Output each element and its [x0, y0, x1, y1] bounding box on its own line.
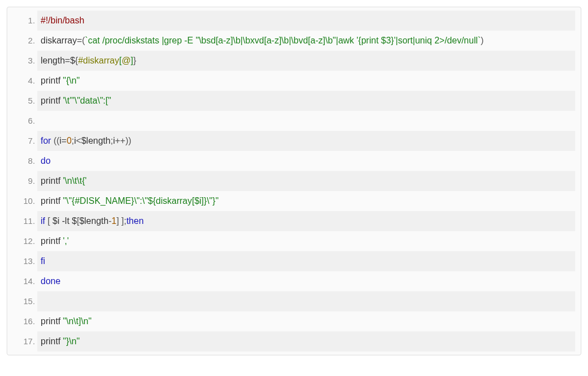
code-token: "{\n" [63, 76, 80, 85]
code-token: = [61, 136, 66, 145]
code-token: printf [41, 236, 63, 246]
code-token: $length [81, 136, 111, 145]
code-token: $i [52, 216, 62, 226]
code-token: [ [47, 216, 52, 226]
code-block: #!/bin/bashdiskarray=(`cat /proc/disksta… [7, 7, 581, 355]
code-line-content: printf ',' [41, 236, 69, 246]
code-token: ++ [115, 136, 125, 145]
code-line-content: printf '\n\t\t{' [41, 176, 87, 185]
code-token: )) [125, 136, 131, 145]
code-line: do [37, 151, 575, 171]
code-token: #diskarray [78, 56, 119, 65]
code-line: printf "\n\t]\n" [37, 311, 575, 331]
code-token: = [65, 56, 70, 65]
code-token: printf [41, 316, 63, 326]
code-line [37, 111, 575, 131]
code-line: if [ $i -lt $[$length-1] ];then [37, 211, 575, 231]
code-token: for [41, 136, 53, 145]
code-token: fi [41, 256, 45, 266]
code-line-content: printf '\t'"\"data\":[" [41, 96, 111, 105]
code-token: printf [41, 176, 63, 185]
code-token: 0 [67, 136, 72, 145]
code-line-content [41, 116, 43, 125]
code-token: $length [79, 216, 109, 226]
code-line-content: #!/bin/bash [41, 16, 84, 25]
code-line: printf '\n\t\t{' [37, 171, 575, 191]
code-token: } [133, 56, 136, 65]
code-line-content: for ((i=0;i<$length;i++)) [41, 136, 131, 145]
code-line: printf ',' [37, 231, 575, 251]
code-line-content: printf "\"{#DISK_NAME}\":\"${diskarray[$… [41, 196, 219, 206]
code-token: "\"data\":[" [71, 96, 111, 105]
code-token [41, 116, 43, 125]
code-token [41, 296, 43, 306]
code-token: printf [41, 76, 63, 85]
code-line-content: length=${#diskarray[@]} [41, 56, 136, 65]
code-line [37, 291, 575, 311]
code-line-content: printf "}\n" [41, 336, 80, 346]
code-line-content: fi [41, 256, 45, 266]
code-token: "\"{#DISK_NAME}\":\"${diskarray[$i]}\"}" [63, 196, 219, 206]
code-token: printf [41, 336, 63, 346]
code-line-content: if [ $i -lt $[$length-1] ];then [41, 216, 144, 226]
code-token: printf [41, 96, 63, 105]
code-line-content [41, 296, 43, 306]
code-token: `cat /proc/diskstats |grep -E "\bsd[a-z]… [85, 36, 481, 45]
code-line-content: diskarray=(`cat /proc/diskstats |grep -E… [41, 36, 484, 45]
code-token: $ [72, 216, 77, 226]
code-token: $ [70, 56, 75, 65]
code-line-content: done [41, 276, 61, 286]
code-line: #!/bin/bash [37, 11, 575, 31]
code-line: diskarray=(`cat /proc/diskstats |grep -E… [37, 31, 575, 51]
code-line: for ((i=0;i<$length;i++)) [37, 131, 575, 151]
code-token: if [41, 216, 47, 226]
code-token: #!/bin/bash [41, 16, 84, 25]
code-token: 1 [111, 216, 116, 226]
code-token: then [126, 216, 144, 226]
code-token: printf [41, 196, 63, 206]
code-line: done [37, 271, 575, 291]
code-token: done [41, 276, 61, 286]
code-token: ) [481, 36, 483, 45]
code-token: '\n\t\t{' [63, 176, 87, 185]
code-line-content: do [41, 156, 51, 165]
code-token: length [41, 56, 65, 65]
code-token: do [41, 156, 51, 165]
code-line: printf "}\n" [37, 331, 575, 351]
code-token: diskarray [41, 36, 77, 45]
code-token: "\n\t]\n" [63, 316, 91, 326]
code-line-list: #!/bin/bashdiskarray=(`cat /proc/disksta… [7, 11, 575, 351]
code-token: ',' [63, 236, 69, 246]
code-token: @ [121, 56, 130, 65]
code-line: printf "{\n" [37, 71, 575, 91]
code-line: length=${#diskarray[@]} [37, 51, 575, 71]
code-token: =( [77, 36, 85, 45]
code-token: (( [53, 136, 60, 145]
code-token: '\t' [63, 96, 71, 105]
code-token: "}\n" [63, 336, 80, 346]
code-line-content: printf "{\n" [41, 76, 80, 85]
code-line: printf '\t'"\"data\":[" [37, 91, 575, 111]
code-line: fi [37, 251, 575, 271]
code-line: printf "\"{#DISK_NAME}\":\"${diskarray[$… [37, 191, 575, 211]
code-line-content: printf "\n\t]\n" [41, 316, 91, 326]
code-token: -lt [62, 216, 72, 226]
code-token: < [76, 136, 81, 145]
